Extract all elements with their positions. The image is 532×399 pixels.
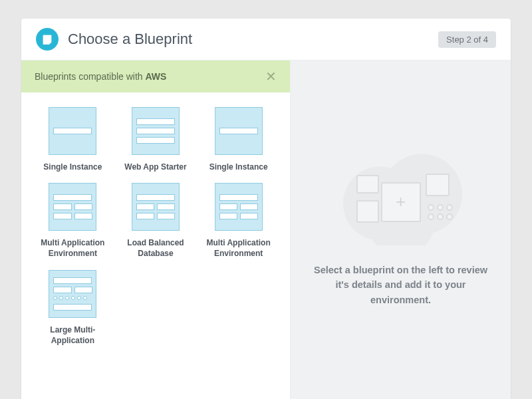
blueprint-thumbnail (132, 107, 180, 155)
blueprint-card[interactable]: Web App Starter (116, 107, 196, 172)
filter-prefix: Blueprints compatible with (35, 71, 146, 82)
close-icon[interactable]: ✕ (265, 70, 277, 83)
blueprint-list-panel: Blueprints compatible with AWS ✕ Single … (21, 61, 291, 399)
blueprint-card[interactable]: Multi Application Environment (33, 183, 112, 259)
blueprint-label: Multi Application Environment (202, 237, 275, 259)
blueprint-icon (36, 28, 59, 51)
blueprint-card[interactable]: Single Instance (33, 107, 112, 172)
blueprint-card[interactable]: Single Instance (199, 107, 278, 172)
blueprint-label: Web App Starter (124, 162, 186, 172)
blueprint-thumbnail (132, 183, 180, 231)
blueprint-grid: Single InstanceWeb App StarterSingle Ins… (21, 92, 290, 352)
blueprint-thumbnail (215, 183, 263, 231)
blueprint-label: Single Instance (209, 162, 268, 172)
modal-body: Blueprints compatible with AWS ✕ Single … (21, 61, 511, 399)
blueprint-card[interactable]: Large Multi-Application (33, 270, 112, 346)
blueprint-thumbnail (49, 270, 96, 318)
blueprint-card[interactable]: Load Balanced Database (116, 183, 196, 259)
blueprint-label: Load Balanced Database (119, 237, 192, 259)
blueprint-label: Large Multi-Application (36, 325, 109, 346)
modal-title: Choose a Blueprint (68, 31, 192, 48)
placeholder-text: Select a blueprint on the left to review… (311, 263, 491, 307)
plus-icon: + (381, 182, 421, 222)
choose-blueprint-modal: Choose a Blueprint Step 2 of 4 Blueprint… (21, 19, 511, 399)
compatibility-filter-text: Blueprints compatible with AWS (35, 71, 166, 82)
blueprint-thumbnail (49, 183, 96, 231)
blueprint-thumbnail (215, 107, 263, 155)
modal-header: Choose a Blueprint Step 2 of 4 (21, 19, 511, 61)
blueprint-card[interactable]: Multi Application Environment (199, 183, 278, 259)
blueprint-label: Single Instance (43, 162, 102, 172)
compatibility-filter-bar: Blueprints compatible with AWS ✕ (21, 61, 290, 92)
placeholder-illustration: + (331, 152, 471, 245)
blueprint-label: Multi Application Environment (36, 237, 109, 259)
step-badge: Step 2 of 4 (438, 31, 496, 48)
filter-provider: AWS (146, 71, 167, 82)
blueprint-thumbnail (49, 107, 96, 155)
blueprint-detail-panel: + Select a blueprint on the left to revi… (291, 61, 511, 399)
